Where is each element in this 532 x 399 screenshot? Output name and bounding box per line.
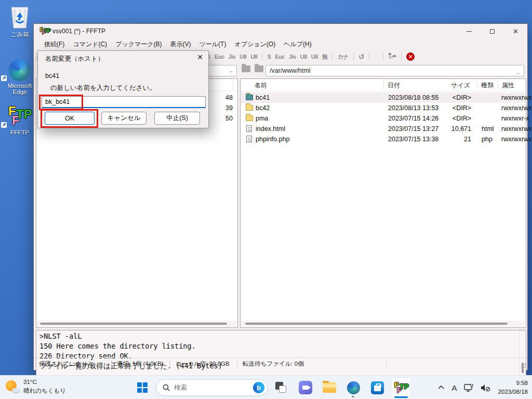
file-explorer-icon <box>323 382 336 393</box>
local-utf8bom-button[interactable]: U8 <box>309 54 320 60</box>
file-date: 2023/08/13 13:53 <box>388 104 438 112</box>
menu-command[interactable]: コマンド(C) <box>69 39 111 50</box>
file-row-index-html[interactable]: index.html 2023/07/15 13:27 10,671 html … <box>241 124 525 134</box>
host-utf8-button[interactable]: U8 <box>237 54 248 60</box>
menu-view[interactable]: 表示(V) <box>166 39 195 50</box>
menu-tools[interactable]: ツール(T) <box>195 39 231 50</box>
column-size[interactable]: サイズ <box>451 81 470 90</box>
column-date[interactable]: 日付 <box>388 81 400 90</box>
minimize-icon <box>467 31 472 32</box>
clock-date: 2023/08/18 <box>498 388 528 396</box>
kana-convert-button[interactable]: カナ <box>335 53 351 61</box>
taskbar-edge-button[interactable] <box>343 377 364 398</box>
search-icon <box>163 384 170 391</box>
file-row-phpinfo-php[interactable]: phpinfo.php 2023/07/15 13:38 21 php rwxr… <box>241 134 525 144</box>
display-tray-icon[interactable] <box>464 384 473 392</box>
column-name[interactable]: 名前 <box>255 81 267 90</box>
remote-file-list[interactable]: 名前 日付 サイズ 種類 属性 bc41 2023/08/18 08:55 <D… <box>240 78 526 328</box>
file-row-bc42[interactable]: bc42 2023/08/13 13:53 <DIR> rwxrwxrwx <box>241 103 525 113</box>
shortcut-arrow-icon: ↗ <box>1 122 7 128</box>
ftp-log[interactable]: >NLST -alL 150 Here comes the directory … <box>36 330 526 380</box>
taskbar-ffftp-button[interactable]: FFTP <box>391 377 411 398</box>
tray-chevron-up-icon[interactable] <box>438 385 444 390</box>
taskbar-explorer-button[interactable] <box>319 377 340 398</box>
volume-muted-icon[interactable] <box>481 384 490 392</box>
task-view-button[interactable] <box>271 377 292 398</box>
minimize-button[interactable] <box>457 24 481 38</box>
file-name: index.html <box>256 125 285 132</box>
cancel-button[interactable]: キャンセル <box>101 112 147 125</box>
folder-open-icon[interactable] <box>255 65 263 72</box>
local-sjis-button[interactable]: S <box>265 54 273 60</box>
file-row-bc41[interactable]: bc41 2023/08/18 08:55 <DIR> rwxrwxrwx <box>241 92 525 103</box>
title-bar[interactable]: FFTP vsv001 (*) - FFFTP ✕ <box>34 24 527 38</box>
bing-chat-icon: b <box>253 382 264 393</box>
menu-help[interactable]: ヘルプ(H) <box>280 39 316 50</box>
local-utf8-button[interactable]: U8 <box>298 54 309 60</box>
windows-logo-icon <box>137 382 148 393</box>
folder-icon <box>246 95 253 100</box>
ok-button[interactable]: OK <box>45 112 95 125</box>
file-date: 2023/07/15 13:38 <box>388 136 438 143</box>
rename-dialog: 名前変更（ホスト） ✕ bc41 の新しい名前を入力してください。 OK キャン… <box>37 50 209 128</box>
taskbar-search[interactable]: b <box>156 379 268 396</box>
chevron-down-icon: ⌄ <box>229 68 233 73</box>
resize-grip[interactable] <box>521 363 526 368</box>
local-horizontal-scrollbar[interactable] <box>37 321 237 327</box>
menu-bookmark[interactable]: ブックマーク(B) <box>111 39 166 50</box>
taskbar-store-button[interactable] <box>367 377 388 398</box>
maximize-button[interactable] <box>481 24 504 38</box>
host-jis-button[interactable]: Jis <box>227 54 238 60</box>
active-indicator <box>394 396 408 398</box>
file-attr: rwxrwxr-x <box>501 115 529 122</box>
folder-up-icon[interactable] <box>242 65 250 72</box>
no-convert-button[interactable]: 無 <box>320 53 330 61</box>
running-indicator <box>352 396 354 397</box>
log-vertical-scrollbar[interactable] <box>519 330 526 379</box>
weather-widget[interactable]: 31°C 晴れのちくもり <box>5 378 66 395</box>
remote-path-box[interactable]: /var/www/html ⌄ <box>265 65 524 76</box>
ffftp-logo-icon: FFTP <box>393 381 409 394</box>
cancel-transfer-button[interactable]: ✕ <box>404 52 417 61</box>
file-size: 10,671 <box>451 125 471 132</box>
file-date: 2023/07/15 13:27 <box>388 125 438 132</box>
host-utf8bom-button[interactable]: U8 <box>248 54 259 60</box>
remote-list-header: 名前 日付 サイズ 種類 属性 <box>241 79 526 91</box>
remote-horizontal-scrollbar[interactable] <box>241 321 525 327</box>
menu-connect[interactable]: 接続(F) <box>40 39 69 50</box>
close-button[interactable]: ✕ <box>504 24 527 38</box>
taskbar-chat-button[interactable] <box>295 377 316 398</box>
taskbar-clock[interactable]: 9:58 2023/08/18 <box>498 379 528 397</box>
file-attr: rwxrwxrwx <box>501 136 531 143</box>
refresh-button[interactable]: ↺ <box>356 52 366 61</box>
file-name: bc41 <box>256 94 270 101</box>
weather-condition: 晴れのちくもり <box>23 387 66 395</box>
chat-icon <box>299 381 312 394</box>
microsoft-store-icon <box>371 381 384 394</box>
menu-options[interactable]: オプション(O) <box>230 39 280 50</box>
search-input[interactable] <box>174 384 249 391</box>
column-type[interactable]: 種類 <box>481 81 494 90</box>
local-jis-button[interactable]: Jis <box>287 54 298 60</box>
maximize-icon <box>490 29 495 34</box>
local-euc-button[interactable]: Euc <box>273 54 287 60</box>
column-attr[interactable]: 属性 <box>502 81 514 90</box>
tree-view-button[interactable] <box>386 52 398 61</box>
file-icon <box>246 125 252 132</box>
status-selection: 選択: 1個 (4.0KB) <box>112 360 170 368</box>
host-euc-button[interactable]: Euc <box>212 54 227 60</box>
dialog-close-icon[interactable]: ✕ <box>197 53 203 61</box>
window-title: vsv001 (*) - FFFTP <box>52 28 105 35</box>
start-button[interactable] <box>132 377 153 398</box>
clock-time: 9:58 <box>498 379 528 388</box>
ffftp-app-icon: FFTP <box>40 28 49 35</box>
menu-bar: 接続(F) コマンド(C) ブックマーク(B) 表示(V) ツール(T) オプシ… <box>34 38 527 50</box>
new-name-input[interactable] <box>42 96 206 108</box>
ime-indicator[interactable]: A <box>451 383 457 392</box>
file-attr: rwxrwxrwx <box>501 94 531 101</box>
file-row-pma[interactable]: pma 2023/07/15 14:26 <DIR> rwxrwxr-x <box>241 113 525 124</box>
desktop: ごみ箱 ↗ Microsoft Edge F F TP ↗ FFFTP FFTP… <box>0 0 532 399</box>
abort-button[interactable]: 中止(S) <box>154 112 200 125</box>
file-size: 21 <box>464 136 471 143</box>
file-icon <box>246 136 252 142</box>
